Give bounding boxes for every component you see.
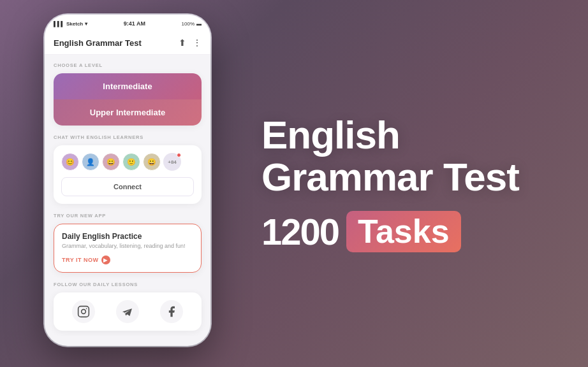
status-bar: ▌▌▌ Sketch ▾ 9:41 AM 100% ▬: [45, 15, 210, 32]
avatar-5: 😀: [143, 153, 161, 171]
new-app-description: Grammar, vocabulary, listening, reading …: [62, 243, 193, 249]
notification-dot: [177, 153, 181, 157]
tasks-number: 1200: [261, 210, 339, 253]
svg-point-2: [85, 308, 87, 310]
tasks-row: 1200 Tasks: [261, 210, 562, 253]
heading-line2: Grammar Test: [261, 156, 562, 198]
chat-section-label: CHAT WITH ENGLISH LEARNERS: [54, 134, 202, 140]
avatar-count: +84: [163, 153, 181, 171]
app-header: English Grammar Test ⬆ ⋮: [45, 32, 210, 55]
phone-mockup: ▌▌▌ Sketch ▾ 9:41 AM 100% ▬ English Gram…: [45, 15, 210, 346]
signal-bars: ▌▌▌: [54, 21, 64, 27]
avatar-3: 😄: [102, 153, 120, 171]
heading-line1: English: [261, 114, 562, 155]
avatar-2: 👤: [82, 153, 99, 171]
battery-label: 100%: [182, 21, 195, 27]
connect-button[interactable]: Connect: [61, 177, 194, 196]
upper-intermediate-button[interactable]: Upper Intermediate: [54, 99, 202, 126]
carrier-label: Sketch: [66, 21, 83, 27]
try-it-now-button[interactable]: TRY IT NOW ▶: [62, 255, 110, 264]
try-arrow-icon: ▶: [101, 255, 110, 264]
social-section-label: FOLLOW OUR DAILY LESSONS: [54, 282, 202, 287]
telegram-icon[interactable]: [116, 300, 139, 323]
main-heading: English Grammar Test: [261, 114, 562, 197]
new-app-card: Daily English Practice Grammar, vocabula…: [54, 224, 202, 273]
social-section: FOLLOW OUR DAILY LESSONS: [54, 282, 202, 331]
page-wrapper: ▌▌▌ Sketch ▾ 9:41 AM 100% ▬ English Gram…: [0, 0, 588, 367]
status-right: 100% ▬: [182, 21, 202, 27]
share-icon[interactable]: ⬆: [179, 38, 186, 48]
try-btn-label: TRY IT NOW: [62, 257, 99, 263]
header-icons: ⬆ ⋮: [179, 38, 202, 48]
social-card: [54, 292, 202, 331]
status-time: 9:41 AM: [124, 20, 145, 27]
intermediate-button[interactable]: Intermediate: [54, 73, 202, 99]
app-title: English Grammar Test: [54, 38, 142, 48]
avatar-4: 🙂: [122, 153, 140, 171]
right-content: English Grammar Test 1200 Tasks: [236, 95, 588, 271]
avatars-row: 😊 👤 😄 🙂 😀 +84: [61, 153, 194, 171]
instagram-icon[interactable]: [72, 300, 95, 323]
avatar-1: 😊: [61, 153, 79, 171]
wifi-icon: ▾: [85, 21, 87, 27]
new-app-section: TRY OUR NEW APP Daily English Practice G…: [54, 213, 202, 273]
svg-rect-0: [78, 306, 89, 317]
tasks-badge: Tasks: [346, 211, 461, 252]
level-section-label: CHOOSE A LEVEL: [54, 62, 202, 68]
level-card: Intermediate Upper Intermediate: [54, 73, 202, 126]
status-left: ▌▌▌ Sketch ▾: [54, 21, 87, 27]
level-section: CHOOSE A LEVEL Intermediate Upper Interm…: [54, 62, 202, 126]
facebook-icon[interactable]: [160, 300, 183, 323]
new-app-label: TRY OUR NEW APP: [54, 213, 202, 219]
phone-content: CHOOSE A LEVEL Intermediate Upper Interm…: [45, 55, 210, 336]
svg-point-1: [81, 310, 85, 314]
new-app-title: Daily English Practice: [62, 232, 193, 241]
menu-icon[interactable]: ⋮: [193, 38, 202, 48]
battery-icon: ▬: [196, 21, 202, 27]
chat-card: 😊 👤 😄 🙂 😀 +84 Connect: [54, 145, 202, 204]
phone-container: ▌▌▌ Sketch ▾ 9:41 AM 100% ▬ English Gram…: [19, 15, 236, 359]
chat-section: CHAT WITH ENGLISH LEARNERS 😊 👤 😄 🙂 😀 +84: [54, 134, 202, 204]
